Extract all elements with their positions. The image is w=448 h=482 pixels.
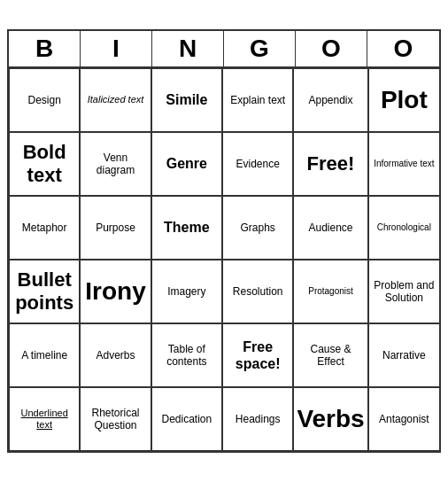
- bingo-cell: Design: [9, 68, 80, 132]
- bingo-cell: Informative text: [368, 132, 439, 196]
- header-letter-n2: N: [152, 31, 224, 66]
- bingo-cell: Table of contents: [151, 323, 222, 387]
- bingo-cell: Protagonist: [293, 260, 367, 323]
- bingo-cell: Venn diagram: [80, 132, 151, 196]
- bingo-cell: Plot: [368, 68, 439, 132]
- header-letter-b0: B: [9, 31, 81, 66]
- bingo-cell: Free space!: [222, 323, 293, 387]
- bingo-header: BINGOO: [9, 31, 439, 68]
- bingo-cell: Purpose: [80, 196, 151, 260]
- bingo-card: BINGOO DesignItalicized textSimileExplai…: [7, 29, 441, 453]
- bingo-cell: Verbs: [293, 387, 367, 451]
- header-letter-i1: I: [81, 31, 152, 66]
- bingo-cell: Appendix: [293, 68, 367, 132]
- bingo-cell: Cause & Effect: [293, 323, 367, 387]
- bingo-cell: Irony: [80, 260, 151, 323]
- header-letter-o4: O: [296, 31, 367, 66]
- bingo-cell: Bold text: [9, 132, 80, 196]
- bingo-cell: Audience: [293, 196, 367, 260]
- bingo-cell: Headings: [222, 387, 293, 451]
- bingo-cell: Theme: [151, 196, 222, 260]
- bingo-cell: Metaphor: [9, 196, 80, 260]
- header-letter-g3: G: [224, 31, 296, 66]
- bingo-cell: Simile: [151, 68, 222, 132]
- bingo-cell: Problem and Solution: [368, 260, 439, 323]
- bingo-grid: DesignItalicized textSimileExplain textA…: [9, 68, 439, 451]
- bingo-cell: A timeline: [9, 323, 80, 387]
- bingo-cell: Dedication: [151, 387, 222, 451]
- bingo-cell: Rhetorical Question: [80, 387, 151, 451]
- bingo-cell: Underlined text: [9, 387, 80, 451]
- bingo-cell: Explain text: [222, 68, 293, 132]
- bingo-cell: Antagonist: [368, 387, 439, 451]
- bingo-cell: Genre: [151, 132, 222, 196]
- bingo-cell: Bullet points: [9, 260, 80, 323]
- bingo-cell: Free!: [293, 132, 367, 196]
- bingo-cell: Chronological: [368, 196, 439, 260]
- bingo-cell: Evidence: [222, 132, 293, 196]
- header-letter-o5: O: [367, 31, 439, 66]
- bingo-cell: Resolution: [222, 260, 293, 323]
- bingo-cell: Imagery: [151, 260, 222, 323]
- bingo-cell: Graphs: [222, 196, 293, 260]
- bingo-cell: Adverbs: [80, 323, 151, 387]
- bingo-cell: Narrative: [368, 323, 439, 387]
- bingo-cell: Italicized text: [80, 68, 151, 132]
